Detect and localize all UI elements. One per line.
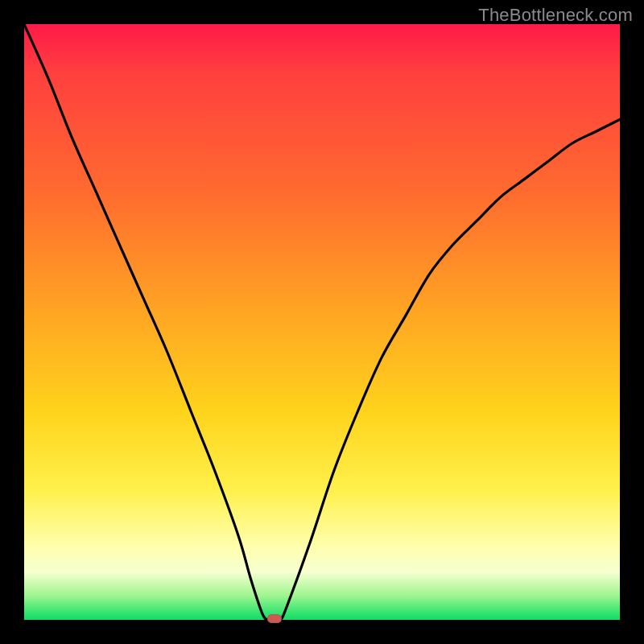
bottleneck-curve <box>24 24 620 620</box>
watermark-text: TheBottleneck.com <box>478 5 633 26</box>
chart-frame: TheBottleneck.com <box>0 0 644 644</box>
optimal-point-marker <box>267 614 282 623</box>
curve-line <box>24 24 620 621</box>
chart-plot-area <box>24 24 620 620</box>
